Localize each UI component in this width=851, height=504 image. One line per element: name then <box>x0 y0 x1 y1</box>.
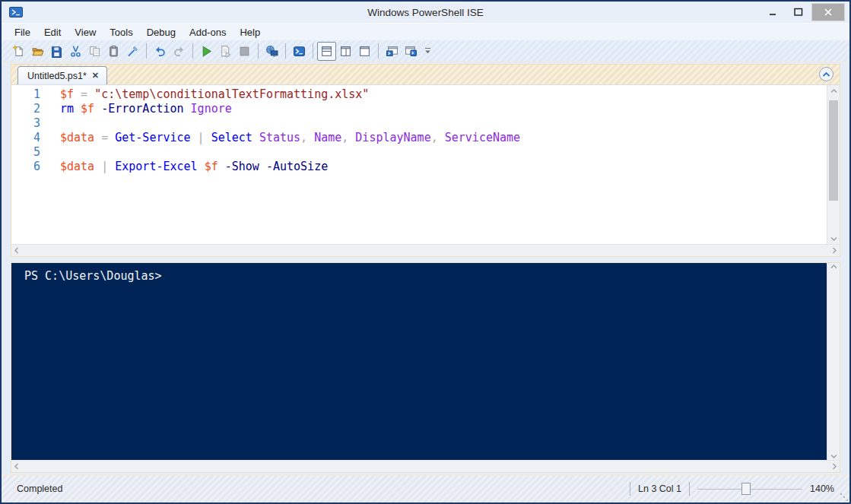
tab-label: Untitled5.ps1* <box>27 71 87 81</box>
script-pane: Untitled5.ps1* ✕ 1$f = "c:\temp\conditio… <box>11 64 840 257</box>
new-script-button[interactable] <box>9 42 28 61</box>
open-in-new-window-button[interactable] <box>402 42 421 61</box>
toolbar-separator <box>146 43 147 59</box>
maximize-button[interactable] <box>786 3 811 21</box>
line-number: 6 <box>11 160 60 174</box>
status-separator <box>689 482 690 496</box>
toolbar-overflow-button[interactable] <box>422 43 433 59</box>
menu-bar: File Edit View Tools Debug Add-ons Help <box>2 23 849 40</box>
console[interactable]: PS C:\Users\Douglas> <box>11 263 827 460</box>
title-bar[interactable]: Windows PowerShell ISE <box>2 2 849 23</box>
cursor-position: Ln 3 Col 1 <box>638 483 681 494</box>
run-script-button[interactable] <box>197 42 216 61</box>
script-tab-untitled5[interactable]: Untitled5.ps1* ✕ <box>17 66 107 84</box>
console-vertical-scrollbar[interactable] <box>827 263 840 460</box>
status-bar: Completed Ln 3 Col 1 140% <box>2 474 849 502</box>
console-horizontal-scrollbar[interactable] <box>11 460 840 472</box>
line-number: 5 <box>11 145 60 160</box>
status-message: Completed <box>17 483 62 494</box>
script-editor[interactable]: 1$f = "c:\temp\conditionalTextFormatting… <box>11 85 827 244</box>
scroll-down-icon[interactable] <box>830 454 837 458</box>
code-line[interactable]: 6$data | Export-Excel $f -Show -AutoSize <box>11 160 827 174</box>
console-pane: PS C:\Users\Douglas> <box>11 262 840 473</box>
editor-scroll-thumb[interactable] <box>829 100 838 201</box>
console-prompt: PS C:\Users\Douglas> <box>24 269 162 283</box>
editor-horizontal-scrollbar[interactable] <box>11 244 840 256</box>
toolbar-separator <box>192 43 193 59</box>
editor-scroll-track[interactable] <box>827 97 840 233</box>
code-text: $data = Get-Service | Select Status, Nam… <box>60 131 520 145</box>
start-powershell-exe-button[interactable] <box>290 42 309 61</box>
show-script-pane-maximized-button[interactable] <box>355 42 374 61</box>
new-powershell-tab-button[interactable] <box>383 42 402 61</box>
clear-console-pane-button[interactable] <box>123 42 142 61</box>
new-remote-powershell-tab-button[interactable] <box>262 42 281 61</box>
toolbar-separator <box>378 43 379 59</box>
window-controls <box>760 2 849 23</box>
toolbar-separator <box>258 43 259 59</box>
scroll-left-icon[interactable] <box>14 463 19 470</box>
cut-button[interactable] <box>66 42 85 61</box>
scroll-down-icon[interactable] <box>827 233 840 244</box>
code-text: $data | Export-Excel $f -Show -AutoSize <box>60 160 328 174</box>
tab-close-icon[interactable]: ✕ <box>92 71 99 81</box>
close-button[interactable] <box>811 3 845 21</box>
menu-addons[interactable]: Add-ons <box>183 24 233 40</box>
status-separator <box>630 482 630 496</box>
copy-button[interactable] <box>85 42 104 61</box>
code-text: $f = "c:\temp\conditionalTextFormatting.… <box>60 87 369 102</box>
open-script-button[interactable] <box>28 42 47 61</box>
code-line[interactable]: 1$f = "c:\temp\conditionalTextFormatting… <box>11 87 827 102</box>
zoom-slider-thumb[interactable] <box>741 483 751 495</box>
tab-strip: Untitled5.ps1* ✕ <box>11 65 840 84</box>
status-right-cluster: Ln 3 Col 1 140% <box>630 482 845 496</box>
menu-view[interactable]: View <box>68 24 103 40</box>
menu-help[interactable]: Help <box>233 24 267 40</box>
menu-file[interactable]: File <box>8 24 37 40</box>
line-number: 4 <box>11 131 60 145</box>
zoom-slider[interactable] <box>697 482 802 496</box>
scroll-up-icon[interactable] <box>827 85 840 97</box>
show-script-pane-top-button[interactable] <box>317 42 336 61</box>
show-script-pane-right-button[interactable] <box>336 42 355 61</box>
run-selection-button[interactable] <box>216 42 235 61</box>
pane-splitter[interactable] <box>11 257 840 262</box>
toolbar-separator <box>285 43 286 59</box>
minimize-button[interactable] <box>760 3 786 21</box>
scroll-right-icon[interactable] <box>832 463 837 470</box>
toolbar <box>2 40 849 62</box>
stop-operation-button[interactable] <box>235 42 254 61</box>
redo-button[interactable] <box>170 42 189 61</box>
toolbar-separator <box>313 43 313 59</box>
menu-tools[interactable]: Tools <box>103 24 139 40</box>
scroll-left-icon[interactable] <box>14 247 19 254</box>
code-line[interactable]: 5 <box>11 145 827 160</box>
undo-button[interactable] <box>151 42 170 61</box>
code-line[interactable]: 3 <box>11 116 827 131</box>
editor-vertical-scrollbar[interactable] <box>827 85 840 244</box>
paste-button[interactable] <box>104 42 123 61</box>
line-number: 2 <box>11 102 60 116</box>
scroll-up-icon[interactable] <box>830 265 837 269</box>
code-line[interactable]: 4$data = Get-Service | Select Status, Na… <box>11 131 827 145</box>
code-line[interactable]: 2rm $f -ErrorAction Ignore <box>11 102 827 116</box>
resize-grip-icon[interactable] <box>839 492 848 501</box>
code-text: rm $f -ErrorAction Ignore <box>60 102 232 116</box>
line-number: 1 <box>11 87 60 102</box>
window-title: Windows PowerShell ISE <box>2 7 849 18</box>
workspace: Untitled5.ps1* ✕ 1$f = "c:\temp\conditio… <box>2 62 849 473</box>
save-button[interactable] <box>47 42 66 61</box>
menu-edit[interactable]: Edit <box>37 24 68 40</box>
collapse-script-pane-button[interactable] <box>819 67 834 81</box>
scroll-right-icon[interactable] <box>832 247 837 254</box>
powershell-ise-window: Windows PowerShell ISE File Edit View To… <box>0 0 851 504</box>
line-number: 3 <box>11 116 60 131</box>
zoom-level: 140% <box>810 483 834 494</box>
menu-debug[interactable]: Debug <box>140 24 183 40</box>
